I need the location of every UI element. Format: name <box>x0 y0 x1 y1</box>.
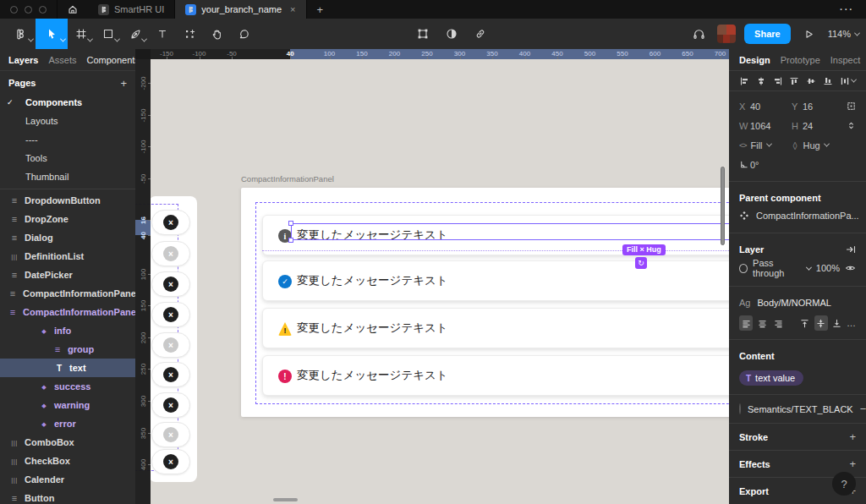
message-text[interactable]: 変更したメッセージテキスト <box>297 273 448 288</box>
page-dropdown[interactable]: Components <box>87 55 136 65</box>
layer-row[interactable]: error <box>0 414 135 433</box>
text-tool-button[interactable] <box>149 19 176 49</box>
message-card[interactable]: 変更したメッセージテキスト <box>262 260 729 301</box>
page-item[interactable]: ✓ ---- <box>0 130 135 149</box>
comment-tool-button[interactable] <box>230 19 257 49</box>
layer-row[interactable]: DropZone <box>0 210 135 228</box>
page-item[interactable]: ✓ Layouts <box>0 112 135 130</box>
distribute-button[interactable] <box>840 76 856 86</box>
help-button[interactable]: ? <box>832 472 856 496</box>
x-input[interactable]: 40 <box>750 101 792 112</box>
height-input[interactable]: 24 <box>803 121 844 131</box>
color-swatch[interactable] <box>739 403 741 414</box>
jump-to-layer-button[interactable] <box>846 244 856 255</box>
absolute-position-toggle[interactable] <box>847 101 856 111</box>
present-button[interactable] <box>799 24 819 44</box>
layer-row[interactable]: DatePicker <box>0 266 135 284</box>
tab-design[interactable]: Design <box>739 55 770 65</box>
resources-tool-button[interactable] <box>176 19 203 49</box>
tab-assets[interactable]: Assets <box>48 55 76 65</box>
more-options-icon[interactable]: ··· <box>828 0 866 19</box>
frame-tool-button[interactable] <box>68 19 95 49</box>
layer-row[interactable]: CheckBox <box>0 452 135 470</box>
y-input[interactable]: 16 <box>803 101 844 112</box>
text-valign-bottom-button[interactable] <box>830 315 844 331</box>
text-align-right-button[interactable] <box>771 315 785 331</box>
close-window-button[interactable] <box>10 6 18 14</box>
constrain-proportions-toggle[interactable] <box>847 121 856 130</box>
page-item[interactable]: ✓ Thumbnail <box>0 167 135 186</box>
layer-row[interactable]: Dialog <box>0 228 135 247</box>
layer-row[interactable]: Button <box>0 489 135 504</box>
layer-row[interactable]: success <box>0 377 135 396</box>
audio-call-button[interactable] <box>688 24 709 44</box>
layer-row[interactable]: DropdownButton <box>0 191 135 210</box>
text-align-center-button[interactable] <box>755 315 769 331</box>
message-text[interactable]: 変更したメッセージテキスト <box>297 320 448 336</box>
canvas[interactable]: CompactInformationPanel 変更したメッセージテキスト 変更… <box>135 49 729 504</box>
close-tab-icon[interactable]: × <box>290 4 295 14</box>
vertical-resizing-dropdown[interactable]: <> Hug <box>792 140 844 151</box>
user-avatar[interactable] <box>717 25 736 43</box>
parent-component-row[interactable]: CompactInformationPa... <box>739 205 856 226</box>
page-item[interactable]: ✓ Tools <box>0 149 135 167</box>
file-tab[interactable]: your_branch_name × <box>175 0 306 19</box>
align-bottom-button[interactable] <box>823 76 833 86</box>
message-text[interactable]: 変更したメッセージテキスト <box>297 227 448 243</box>
message-text[interactable]: 変更したメッセージテキスト <box>297 368 448 383</box>
add-icon[interactable]: + <box>849 430 856 443</box>
layer-row[interactable]: DefinitionList <box>0 247 135 266</box>
canvas-horizontal-scrollbar[interactable] <box>273 498 298 501</box>
canvas-vertical-scrollbar[interactable] <box>721 167 725 245</box>
text-value-chip[interactable]: T text value <box>739 370 803 386</box>
maximize-window-button[interactable] <box>39 6 47 14</box>
layer-row[interactable]: group <box>0 340 135 359</box>
tab-layers[interactable]: Layers <box>8 55 38 65</box>
remove-fill-button[interactable]: − <box>860 403 866 415</box>
text-valign-top-button[interactable] <box>798 315 812 331</box>
visibility-toggle[interactable] <box>845 263 856 273</box>
share-button[interactable]: Share <box>744 24 791 44</box>
text-valign-middle-button[interactable] <box>814 315 828 331</box>
message-card[interactable]: 変更したメッセージテキスト <box>262 355 729 396</box>
minimize-window-button[interactable] <box>25 6 32 14</box>
layer-row[interactable]: warning <box>0 396 135 414</box>
width-input[interactable]: 1064 <box>750 121 792 131</box>
tab-prototype[interactable]: Prototype <box>781 55 820 65</box>
layer-row[interactable]: CompactInformationPanel <box>0 303 135 321</box>
zoom-menu[interactable]: 114% <box>828 29 859 39</box>
page-item[interactable]: ✓ Components <box>0 93 135 112</box>
tab-inspect[interactable]: Inspect <box>830 55 860 65</box>
message-card[interactable]: 変更したメッセージテキスト <box>262 308 729 348</box>
text-align-left-button[interactable] <box>739 315 753 331</box>
new-tab-button[interactable]: + <box>307 0 334 19</box>
text-style-row[interactable]: Ag Body/M/NORMAL <box>739 293 856 312</box>
file-tab[interactable]: SmartHR UI × <box>88 0 175 19</box>
layer-row[interactable]: info <box>0 321 135 340</box>
align-vertical-center-button[interactable] <box>806 76 816 86</box>
layer-row[interactable]: ComboBox <box>0 433 135 452</box>
layer-row[interactable]: Calender <box>0 470 135 489</box>
add-page-button[interactable]: + <box>120 77 127 90</box>
align-horizontal-center-button[interactable] <box>756 76 766 86</box>
horizontal-resizing-dropdown[interactable]: <> Fill <box>739 140 792 151</box>
type-settings-button[interactable]: … <box>847 318 856 328</box>
fill-style-row[interactable]: Semantics/TEXT_BLACK − <box>729 395 866 424</box>
hand-tool-button[interactable] <box>203 19 230 49</box>
main-menu-button[interactable] <box>3 19 36 49</box>
blend-mode-dropdown[interactable]: Pass through <box>753 258 802 278</box>
shape-tool-button[interactable] <box>95 19 122 49</box>
layer-row[interactable]: CompactInformationPanel <box>0 284 135 303</box>
create-link-button[interactable] <box>470 24 491 44</box>
layer-row[interactable]: text <box>0 359 135 377</box>
pen-tool-button[interactable] <box>122 19 149 49</box>
selection-handle[interactable] <box>288 238 293 243</box>
align-right-button[interactable] <box>773 76 783 86</box>
align-left-button[interactable] <box>739 76 749 86</box>
rotation-input[interactable]: 0° <box>750 160 792 170</box>
edit-object-button[interactable] <box>413 24 433 44</box>
move-tool-button[interactable] <box>36 19 68 49</box>
selection-handle[interactable] <box>288 221 293 226</box>
add-icon[interactable]: + <box>849 457 856 470</box>
autolayout-toggle[interactable]: ↻ <box>635 257 647 269</box>
